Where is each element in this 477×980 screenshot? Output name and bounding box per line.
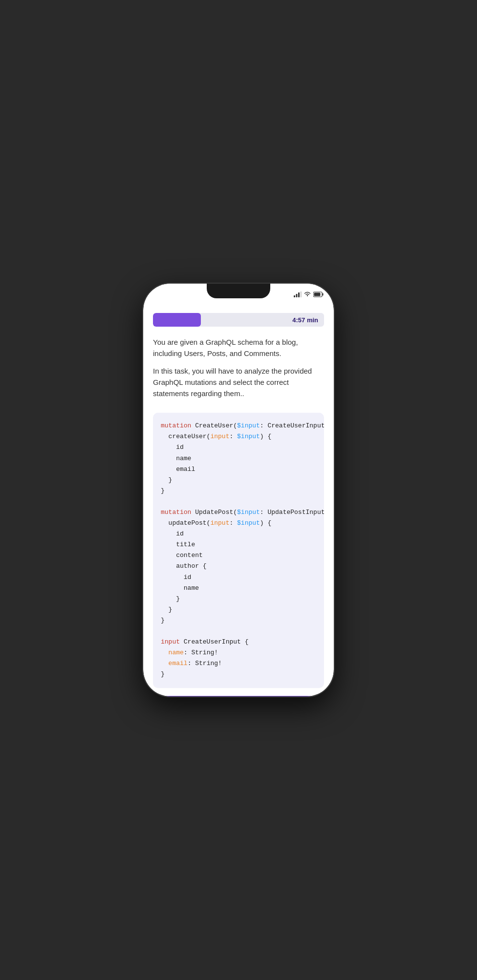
code-text: mutation CreateUser($input: CreateUserIn… [161, 421, 316, 680]
phone-screen: 4:57 min You are given a GraphQL schema … [143, 284, 334, 696]
next-button[interactable]: Next → [153, 696, 324, 697]
code-block: mutation CreateUser($input: CreateUserIn… [153, 413, 324, 688]
timer-bar-container: 4:57 min [153, 313, 324, 327]
svg-rect-2 [298, 292, 300, 297]
battery-icon [313, 291, 324, 297]
timer-label: 4:57 min [292, 316, 318, 324]
svg-rect-6 [314, 293, 321, 296]
description-paragraph-2: In this task, you will have to analyze t… [153, 365, 324, 400]
signal-icon [294, 291, 302, 297]
svg-rect-0 [294, 295, 295, 297]
notch [207, 284, 270, 298]
svg-rect-5 [323, 293, 324, 296]
svg-rect-1 [296, 294, 298, 297]
timer-bar-fill [153, 313, 201, 327]
wifi-icon [304, 291, 311, 297]
phone-frame: 4:57 min You are given a GraphQL schema … [143, 284, 334, 696]
svg-rect-3 [301, 291, 302, 297]
description-paragraph-1: You are given a GraphQL schema for a blo… [153, 336, 324, 359]
next-button-container: Next → [143, 688, 334, 697]
timer-section: 4:57 min [143, 305, 334, 333]
main-content: 4:57 min You are given a GraphQL schema … [143, 305, 334, 696]
status-icons [294, 291, 324, 297]
description-section: You are given a GraphQL schema for a blo… [143, 333, 334, 413]
